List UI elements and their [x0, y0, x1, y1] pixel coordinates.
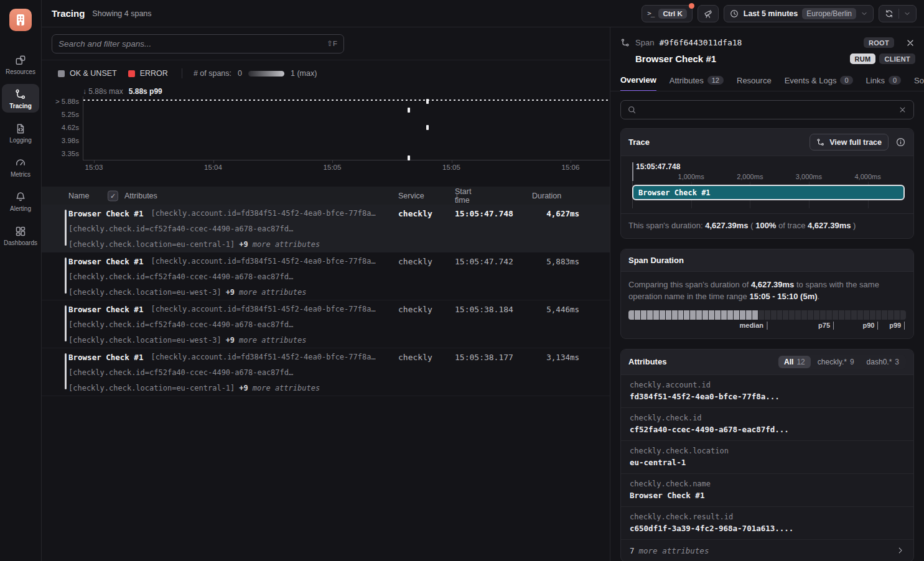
- span-attribute: [checkly.check.id=cf52fa40-ccec-4490-a67…: [68, 272, 293, 281]
- building-icon: [13, 12, 28, 27]
- more-attributes-count: +9: [226, 288, 235, 297]
- filter-chip-dash0[interactable]: dash0.*3: [861, 356, 905, 368]
- span-search-box[interactable]: ⇧F: [52, 34, 344, 53]
- span-data-point[interactable]: [408, 155, 410, 160]
- more-attributes-label: more attributes: [253, 384, 320, 392]
- span-duration-card: Span Duration Comparing this span's dura…: [620, 249, 914, 339]
- duration-cell: 4,627ms: [505, 209, 579, 218]
- histogram-segment: [702, 310, 708, 320]
- tab-sour[interactable]: Sour: [914, 75, 924, 91]
- command-palette-button[interactable]: >_ Ctrl K: [642, 5, 693, 22]
- span-attribute: [checkly.check.location=eu-central-1]: [68, 240, 235, 249]
- filter-chip-all[interactable]: All12: [778, 356, 811, 368]
- chevron-down-icon[interactable]: [903, 10, 911, 17]
- sidebar-item-tracing[interactable]: Tracing: [2, 84, 39, 113]
- tab-count-pill: 12: [707, 76, 724, 85]
- sidebar-item-resources[interactable]: Resources: [2, 50, 39, 78]
- table-row[interactable]: Browser Check #1[checkly.account.id=fd38…: [42, 253, 610, 300]
- duration-cell: 5,446ms: [505, 305, 579, 314]
- trace-duration-summary: This span's duration: 4,627.39ms ( 100% …: [621, 214, 913, 238]
- legend-ok-label: OK & UNSET: [70, 69, 117, 78]
- refresh-icon[interactable]: [884, 9, 894, 19]
- max-annotation: ↓ 5.88s max: [83, 87, 123, 96]
- table-row[interactable]: Browser Check #1[checkly.account.id=fd38…: [42, 205, 610, 253]
- x-tick-label: 15:06: [562, 164, 580, 171]
- x-tick-mark: [571, 160, 571, 163]
- attributes-checkbox[interactable]: [108, 190, 118, 201]
- sidebar-item-dashboards[interactable]: Dashboards: [2, 221, 39, 249]
- column-duration: Duration: [532, 192, 561, 200]
- span-attribute: [checkly.account.id=fd384f51-45f2-4ea0-b…: [151, 353, 375, 362]
- x-tick-mark: [452, 160, 452, 163]
- tracing-icon: [14, 88, 27, 101]
- table-row[interactable]: Browser Check #1[checkly.account.id=fd38…: [42, 348, 610, 396]
- sidebar-item-alerting[interactable]: Alerting: [2, 187, 39, 215]
- span-name: Browser Check #1: [68, 209, 143, 218]
- panel-search-input[interactable]: [642, 105, 893, 114]
- histogram-segment: [647, 310, 653, 320]
- app-logo[interactable]: [9, 9, 32, 31]
- timeline-start-marker: [632, 162, 633, 181]
- alerting-icon: [14, 191, 27, 203]
- info-icon[interactable]: [895, 137, 906, 147]
- span-duration-title: Span Duration: [628, 256, 684, 265]
- view-full-trace-button[interactable]: View full trace: [810, 134, 889, 151]
- span-bar[interactable]: Browser Check #1: [632, 185, 905, 200]
- span-attribute: [checkly.check.location=eu-west-3]: [68, 288, 222, 297]
- panel-search-box[interactable]: [620, 100, 914, 119]
- tab-label: Resource: [737, 76, 772, 85]
- clear-search-icon[interactable]: [898, 105, 907, 114]
- tab-overview[interactable]: Overview: [620, 75, 656, 91]
- span-data-point[interactable]: [426, 99, 429, 104]
- timeline-tick-label: 2,000ms: [737, 173, 763, 180]
- time-range-picker[interactable]: Last 5 minutes Europe/Berlin: [724, 5, 874, 22]
- attribute-row[interactable]: checkly.account.idfd384f51-45f2-4ea0-bfc…: [621, 375, 913, 408]
- chevron-down-icon: [861, 10, 868, 17]
- tab-links[interactable]: Links0: [866, 75, 901, 91]
- attribute-row[interactable]: checkly.check.locationeu-central-1: [621, 441, 913, 474]
- table-header: Name Attributes Service Start time ↓ Dur…: [42, 187, 610, 205]
- histogram-segment: [715, 310, 721, 320]
- more-attributes-label: more attributes: [239, 336, 306, 345]
- sidebar-item-label: Alerting: [10, 205, 31, 212]
- more-attributes-row[interactable]: 7 more attributes: [621, 540, 913, 561]
- duration-scatter-plot[interactable]: [83, 96, 610, 160]
- p99-line: [83, 100, 610, 101]
- explore-button[interactable]: [698, 5, 719, 22]
- rum-badge: RUM: [850, 53, 876, 64]
- chevron-right-icon: [896, 546, 905, 555]
- sidebar-item-label: Dashboards: [4, 239, 37, 246]
- chart-legend: OK & UNSET ERROR # of spans: 0 1 (max): [58, 68, 317, 78]
- x-tick-mark: [94, 160, 95, 163]
- attribute-row[interactable]: checkly.check.result.idc650df1f-3a39-4fc…: [621, 507, 913, 540]
- span-data-point[interactable]: [408, 108, 410, 113]
- span-search-input[interactable]: [58, 39, 327, 49]
- histogram-segment: [635, 310, 640, 320]
- attribute-value: cf52fa40-ccec-4490-a678-eac87fd...: [630, 425, 905, 434]
- refresh-button-group[interactable]: [879, 5, 917, 22]
- table-row[interactable]: Browser Check #1[checkly.account.id=fd38…: [42, 300, 610, 348]
- row-line-3: [checkly.check.location=eu-west-3]+9more…: [68, 336, 306, 345]
- span-name: Browser Check #1: [68, 353, 143, 362]
- sidebar-item-logging[interactable]: Logging: [2, 118, 39, 147]
- tab-events-logs[interactable]: Events & Logs0: [785, 75, 853, 91]
- close-icon[interactable]: [905, 38, 915, 48]
- legend-ok[interactable]: OK & UNSET: [58, 69, 117, 78]
- histogram-segment: [666, 310, 671, 320]
- span-data-point[interactable]: [426, 125, 429, 130]
- tab-resource[interactable]: Resource: [737, 75, 772, 91]
- tab-attributes[interactable]: Attributes12: [670, 75, 724, 91]
- logging-icon: [14, 123, 27, 135]
- attribute-row[interactable]: checkly.check.idcf52fa40-ccec-4490-a678-…: [621, 408, 913, 441]
- attribute-value: Browser Check #1: [630, 491, 905, 500]
- sidebar-item-metrics[interactable]: Metrics: [2, 152, 39, 181]
- filter-chip-checkly[interactable]: checkly.*9: [812, 356, 860, 368]
- command-shortcut-key: Ctrl K: [658, 9, 686, 19]
- histogram-segment: [801, 310, 807, 320]
- attribute-row[interactable]: checkly.check.nameBrowser Check #1: [621, 474, 913, 507]
- histogram-segment: [727, 310, 733, 320]
- legend-error[interactable]: ERROR: [128, 69, 168, 78]
- timezone-badge: Europe/Berlin: [802, 8, 856, 19]
- tab-label: Events & Logs: [785, 76, 837, 85]
- more-attributes-label: more attributes: [239, 288, 306, 297]
